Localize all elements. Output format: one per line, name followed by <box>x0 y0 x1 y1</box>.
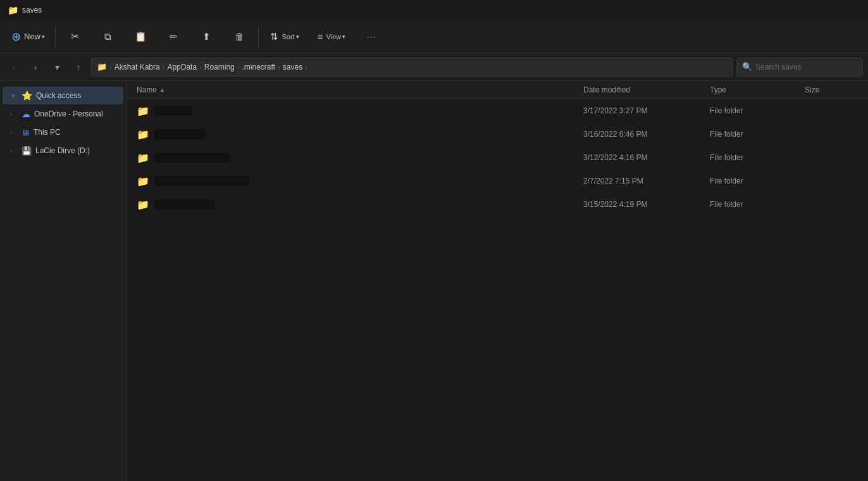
file-type: File folder <box>705 106 800 115</box>
col-header-name[interactable]: Name ▲ <box>132 81 578 98</box>
sidebar-item-onedrive[interactable]: › ☁ OneDrive - Personal <box>3 105 123 123</box>
toolbar-separator-1 <box>55 27 56 47</box>
sidebar-item-lacie[interactable]: › 💾 LaCie Dirve (D:) <box>3 142 123 159</box>
rename-icon: ✏ <box>170 32 178 41</box>
nav-recent-button[interactable]: ▾ <box>48 58 66 76</box>
table-row[interactable]: 📁 3/16/2022 6:46 PM File folder <box>127 123 868 146</box>
path-sep-4: › <box>278 63 280 71</box>
rename-button[interactable]: ✏ <box>158 23 189 51</box>
file-date: 3/16/2022 6:46 PM <box>578 130 705 139</box>
sort-arrow-name: ▲ <box>159 87 165 93</box>
file-name <box>154 176 249 186</box>
path-segment-akshat[interactable]: Akshat Kabra <box>115 63 160 72</box>
folder-icon: 📁 <box>137 128 149 141</box>
new-icon: ⊕ <box>11 31 21 42</box>
sidebar-item-this-pc[interactable]: › 🖥 This PC <box>3 123 123 141</box>
folder-icon: 📁 <box>137 105 149 117</box>
file-name <box>154 106 192 116</box>
address-path[interactable]: 📁 › Akshat Kabra › AppData › Roaming › .… <box>91 58 733 77</box>
sort-icon: ⇅ <box>270 32 278 41</box>
file-date: 3/12/2022 4:16 PM <box>578 153 705 162</box>
path-segment-roaming[interactable]: Roaming <box>204 63 235 72</box>
nav-forward-button[interactable]: › <box>27 58 44 76</box>
file-list: 📁 3/17/2022 3:27 PM File folder 📁 3/16/2… <box>127 99 868 216</box>
folder-icon: 📁 <box>137 175 149 187</box>
sidebar-label-lacie: LaCie Dirve (D:) <box>35 146 90 155</box>
more-button[interactable]: ··· <box>356 23 387 51</box>
sidebar-item-quick-access[interactable]: ▼ ⭐ Quick access <box>3 87 123 104</box>
folder-icon: 📁 <box>137 199 149 211</box>
quick-access-expand-icon: ▼ <box>10 92 18 99</box>
title-bar-text: saves <box>22 6 42 15</box>
quick-access-star-icon: ⭐ <box>22 91 32 101</box>
search-icon: 🔍 <box>742 62 752 72</box>
path-sep-2: › <box>199 63 202 71</box>
view-button[interactable]: ≡ View ▾ <box>309 23 354 51</box>
file-name-cell: 📁 <box>132 105 578 117</box>
sort-label: Sort ▾ <box>282 33 299 41</box>
col-header-date[interactable]: Date modified <box>578 81 705 98</box>
share-icon: ⬆ <box>202 32 211 41</box>
content-area: Name ▲ Date modified Type Size 📁 3/17/20… <box>127 81 868 481</box>
path-segment-saves[interactable]: saves <box>283 63 302 72</box>
path-sep-5: › <box>305 63 307 71</box>
table-row[interactable]: 📁 3/12/2022 4:16 PM File folder <box>127 146 868 169</box>
new-button[interactable]: ⊕ New ▾ <box>5 23 51 51</box>
file-type: File folder <box>705 177 800 185</box>
file-name <box>154 199 214 209</box>
more-icon: ··· <box>367 32 376 41</box>
file-date: 3/17/2022 3:27 PM <box>578 106 705 115</box>
lacie-icon: 💾 <box>22 146 32 156</box>
table-row[interactable]: 📁 3/17/2022 3:27 PM File folder <box>127 99 868 122</box>
path-segment-minecraft[interactable]: .minecraft <box>242 63 275 72</box>
delete-button[interactable]: 🗑 <box>224 23 254 51</box>
table-row[interactable]: 📁 2/7/2022 7:15 PM File folder <box>127 170 868 192</box>
sidebar-label-quick-access: Quick access <box>36 91 81 100</box>
delete-icon: 🗑 <box>235 32 244 41</box>
search-box[interactable]: 🔍 Search saves <box>736 58 863 77</box>
file-name-cell: 📁 <box>132 199 578 211</box>
nav-up-button[interactable]: ↑ <box>70 58 87 76</box>
sidebar-label-onedrive: OneDrive - Personal <box>34 109 103 118</box>
table-row[interactable]: 📁 3/15/2022 4:19 PM File folder <box>127 193 868 216</box>
new-label: New ▾ <box>24 32 45 41</box>
path-sep-3: › <box>237 63 240 71</box>
file-type: File folder <box>705 130 800 139</box>
this-pc-expand-icon: › <box>10 129 18 136</box>
view-icon: ≡ <box>318 32 323 41</box>
paste-button[interactable]: 📋 <box>125 23 156 51</box>
path-sep-0: › <box>109 63 112 71</box>
view-label: View ▾ <box>326 33 346 41</box>
sort-button[interactable]: ⇅ Sort ▾ <box>263 23 307 51</box>
copy-icon: ⧉ <box>104 32 111 41</box>
toolbar: ⊕ New ▾ ✂ ⧉ 📋 ✏ ⬆ 🗑 ⇅ Sort ▾ ≡ View ▾ <box>0 20 868 53</box>
title-bar: 📁 saves <box>0 0 868 20</box>
title-bar-folder-icon: 📁 <box>8 5 18 15</box>
this-pc-icon: 🖥 <box>22 128 30 137</box>
cut-button[interactable]: ✂ <box>59 23 90 51</box>
main-layout: ▼ ⭐ Quick access › ☁ OneDrive - Personal… <box>0 81 868 481</box>
file-type: File folder <box>705 153 800 162</box>
sidebar-label-this-pc: This PC <box>34 128 61 137</box>
col-header-size[interactable]: Size <box>800 81 863 98</box>
path-folder-icon: 📁 <box>97 62 107 72</box>
nav-back-button[interactable]: ‹ <box>5 58 23 76</box>
file-type: File folder <box>705 200 800 209</box>
onedrive-icon: ☁ <box>22 109 30 119</box>
path-sep-1: › <box>163 63 165 71</box>
file-date: 2/7/2022 7:15 PM <box>578 177 705 185</box>
path-segment-appdata[interactable]: AppData <box>167 63 197 72</box>
paste-icon: 📋 <box>135 32 147 41</box>
toolbar-separator-2 <box>258 27 259 47</box>
address-bar: ‹ › ▾ ↑ 📁 › Akshat Kabra › AppData › Roa… <box>0 53 868 81</box>
col-header-type[interactable]: Type <box>705 81 800 98</box>
file-date: 3/15/2022 4:19 PM <box>578 200 705 209</box>
share-button[interactable]: ⬆ <box>191 23 221 51</box>
onedrive-expand-icon: › <box>10 111 18 118</box>
column-headers: Name ▲ Date modified Type Size <box>127 81 868 99</box>
sidebar: ▼ ⭐ Quick access › ☁ OneDrive - Personal… <box>0 81 127 481</box>
folder-icon: 📁 <box>137 152 149 164</box>
file-name <box>154 129 205 139</box>
copy-button[interactable]: ⧉ <box>92 23 123 51</box>
file-name <box>154 153 230 163</box>
